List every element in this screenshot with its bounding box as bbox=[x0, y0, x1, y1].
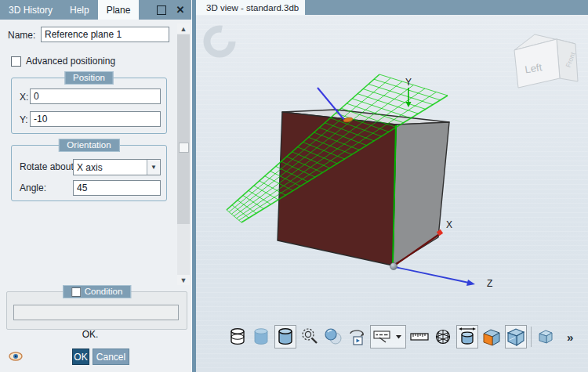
close-button[interactable]: ✕ bbox=[172, 0, 188, 20]
angle-input[interactable] bbox=[73, 180, 161, 196]
y-axis: Y bbox=[405, 77, 412, 107]
tab-plane[interactable]: Plane bbox=[98, 0, 140, 20]
advanced-positioning-label: Advanced positioning bbox=[26, 56, 115, 67]
scrollbar-gripper bbox=[179, 143, 189, 153]
x-label: X: bbox=[20, 92, 28, 103]
shaded-edges-cylinder-icon[interactable] bbox=[274, 325, 296, 349]
rotate-view-icon[interactable] bbox=[347, 326, 367, 348]
name-input[interactable] bbox=[41, 27, 169, 42]
rotate-about-label: Rotate about bbox=[20, 161, 74, 172]
z-axis-arrow bbox=[466, 280, 475, 286]
orientation-group: Orientation Rotate about X axis ▼ Angle: bbox=[11, 145, 167, 201]
position-group-title: Position bbox=[64, 71, 114, 85]
shaded-cylinder-icon[interactable] bbox=[251, 326, 271, 348]
condition-badge: Condition bbox=[63, 285, 132, 298]
y-label: Y: bbox=[20, 114, 28, 125]
3d-viewport[interactable]: Left Front X bbox=[196, 15, 588, 372]
dialog-body: Name: Advanced positioning Position X: Y… bbox=[0, 20, 191, 372]
scroll-up-icon[interactable]: ▲ bbox=[177, 23, 190, 34]
condition-expression-input[interactable] bbox=[13, 305, 179, 320]
rotate-indicator-icon bbox=[207, 29, 232, 54]
3d-scene: Left Front X bbox=[196, 15, 588, 372]
position-group: Position X: Y: bbox=[11, 78, 167, 134]
view-toolbar: » bbox=[226, 323, 572, 350]
dropdown-arrow-icon[interactable]: ▼ bbox=[147, 160, 160, 175]
condition-group: Condition bbox=[6, 291, 187, 330]
dialog-buttons: OK Cancel bbox=[72, 349, 129, 365]
name-label: Name: bbox=[8, 30, 35, 41]
scrollbar-thumb[interactable] bbox=[177, 34, 190, 224]
rotate-about-dropdown[interactable]: X axis ▼ bbox=[73, 159, 161, 175]
rotate-about-value: X axis bbox=[74, 162, 147, 173]
shaded-cube-icon[interactable] bbox=[505, 325, 527, 349]
zoom-all-icon[interactable] bbox=[299, 326, 320, 348]
ruler-icon[interactable] bbox=[409, 326, 430, 348]
condition-checkbox[interactable] bbox=[71, 287, 81, 297]
application-window: 3D History Help Plane ✕ Name: Advanced p… bbox=[0, 0, 588, 372]
toolbar-overflow-button[interactable]: » bbox=[567, 330, 572, 344]
3d-view-panel: 3D view - standard.3db Left Front bbox=[196, 0, 588, 372]
cancel-button[interactable]: Cancel bbox=[93, 349, 129, 365]
wireframe-cylinder-icon[interactable] bbox=[227, 326, 248, 348]
origin-sphere bbox=[390, 263, 397, 270]
dimension-cylinder-icon[interactable] bbox=[456, 325, 478, 349]
status-text: OK. bbox=[0, 329, 180, 340]
x-axis-label: X bbox=[446, 219, 452, 230]
advanced-positioning-checkbox[interactable] bbox=[11, 56, 21, 67]
z-axis: Z bbox=[395, 267, 492, 289]
maximize-button[interactable] bbox=[154, 0, 169, 20]
ok-button[interactable]: OK bbox=[72, 349, 89, 365]
orientation-group-title: Orientation bbox=[58, 139, 119, 152]
eye-icon[interactable] bbox=[9, 351, 23, 364]
light-cube-icon[interactable] bbox=[535, 326, 556, 348]
section-solid-icon[interactable] bbox=[481, 326, 502, 348]
y-input[interactable] bbox=[30, 111, 161, 127]
toolbar-separator bbox=[531, 327, 532, 347]
scroll-down-icon[interactable]: ▼ bbox=[177, 275, 190, 285]
panel-scrollbar[interactable]: ▲ ▼ bbox=[177, 23, 190, 285]
transparency-icon[interactable] bbox=[323, 326, 343, 348]
angle-label: Angle: bbox=[20, 182, 46, 193]
tab-help[interactable]: Help bbox=[61, 0, 98, 20]
plane-dialog-panel: 3D History Help Plane ✕ Name: Advanced p… bbox=[0, 0, 191, 372]
cube-right-face bbox=[393, 122, 449, 265]
view-tabbar: 3D view - standard.3db bbox=[196, 0, 588, 15]
model-cube[interactable] bbox=[278, 110, 449, 265]
view-options-dropdown[interactable] bbox=[370, 325, 406, 349]
navigation-cube[interactable]: Left Front bbox=[514, 34, 578, 88]
z-axis-label: Z bbox=[487, 278, 492, 289]
tab-3d-view[interactable]: 3D view - standard.3db bbox=[196, 0, 305, 15]
maximize-icon bbox=[157, 5, 166, 15]
condition-group-title: Condition bbox=[85, 286, 123, 298]
dialog-tabbar: 3D History Help Plane ✕ bbox=[0, 0, 191, 20]
x-input[interactable] bbox=[30, 88, 161, 104]
mesh-sphere-icon[interactable] bbox=[433, 326, 453, 348]
y-axis-label: Y bbox=[405, 77, 412, 88]
tab-3d-history[interactable]: 3D History bbox=[0, 0, 61, 20]
